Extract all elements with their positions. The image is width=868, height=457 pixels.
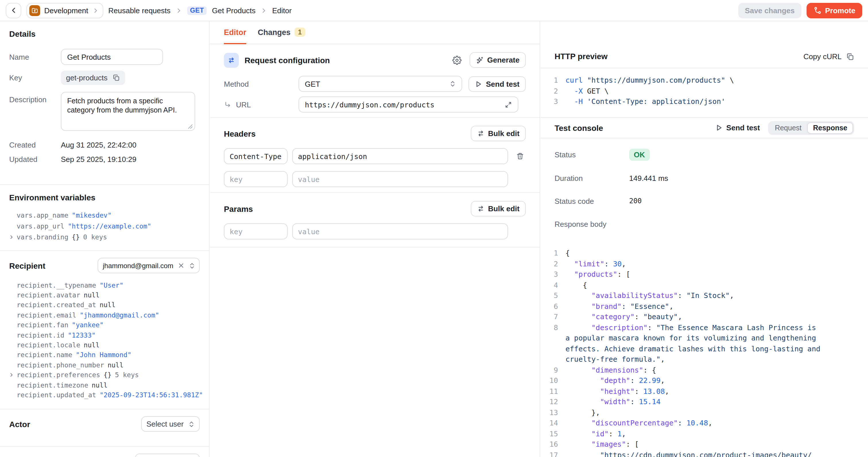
test-console-meta: Status OK Duration 149.441 ms Status cod…	[541, 139, 868, 230]
copy-icon[interactable]	[113, 74, 120, 82]
line-number: 5	[541, 291, 558, 301]
back-button[interactable]	[6, 3, 21, 18]
header-key-input-empty[interactable]	[224, 171, 288, 187]
variable-key: recipient.timezone	[17, 381, 88, 389]
code-line: 3 -H 'Content-Type: application/json'	[541, 96, 868, 107]
expand-chevron-icon[interactable]	[9, 373, 14, 377]
name-input[interactable]	[61, 49, 163, 65]
params-title: Params	[224, 204, 471, 213]
line-number: 8	[541, 323, 558, 333]
variable-value: {}	[72, 233, 80, 241]
method-badge: GET	[187, 6, 207, 14]
method-label: Method	[224, 80, 299, 88]
headers-bulk-edit-button[interactable]: Bulk edit	[471, 126, 526, 141]
env-var-row: vars.app_name"mikesdev"	[9, 210, 200, 220]
generate-button[interactable]: Generate	[469, 52, 526, 68]
code-line: 12 "width": 15.14	[541, 397, 868, 407]
top-bar: Development Reusable requests GET Get Pr…	[0, 0, 868, 21]
description-label: Description	[9, 92, 61, 104]
folder-icon	[29, 5, 40, 16]
line-number: 13	[541, 407, 558, 418]
promote-button[interactable]: Promote	[807, 3, 862, 18]
line-number	[541, 333, 558, 344]
status-label: Status	[555, 150, 629, 159]
env-var-row: vars.app_url"https://example.com"	[9, 220, 200, 232]
delete-header-button[interactable]	[516, 152, 524, 160]
code-line: 7 "category": "beauty",	[541, 312, 868, 323]
expand-chevron-icon[interactable]	[9, 235, 14, 239]
save-changes-button[interactable]: Save changes	[738, 3, 801, 18]
recipient-field-row: recipient.email"jhammond@gmail.com"	[9, 310, 200, 320]
variable-value: null	[92, 381, 107, 389]
expand-icon[interactable]	[505, 101, 512, 108]
recipient-field-row: recipient.localenull	[9, 340, 200, 350]
header-value-input-empty[interactable]	[292, 171, 508, 187]
recipient-field-row: recipient.id"12333"	[9, 330, 200, 340]
code-line: 10 "depth": 22.99,	[541, 375, 868, 386]
curl-preview-code: 1curl "https://dummyjson.com/products" \…	[541, 68, 868, 117]
line-number: 6	[541, 301, 558, 312]
response-tab[interactable]: Response	[807, 122, 854, 133]
tab-editor[interactable]: Editor	[224, 21, 246, 44]
line-number: 3	[541, 96, 558, 107]
variable-value: "mikesdev"	[72, 211, 112, 219]
details-sidebar: Details Name Key get-products Descriptio…	[0, 21, 210, 457]
variable-key: recipient.id	[17, 331, 64, 339]
params-bulk-edit-button[interactable]: Bulk edit	[471, 201, 526, 216]
actor-select[interactable]: Select user	[141, 416, 200, 432]
recipient-field-row: recipient.updated_at"2025-09-23T14:56:31…	[9, 390, 200, 400]
breadcrumb-request-name[interactable]: Get Products	[212, 6, 256, 14]
send-test-button[interactable]: Send test	[469, 76, 526, 92]
code-line: 14 "discountPercentage": 10.48,	[541, 418, 868, 429]
variable-key: recipient.preferences	[17, 371, 100, 379]
variable-key: recipient.locale	[17, 341, 81, 349]
tab-changes[interactable]: Changes 1	[258, 21, 305, 44]
updated-label: Updated	[9, 155, 61, 164]
header-value-input[interactable]	[292, 148, 508, 164]
recipient-field-row: recipient.avatarnull	[9, 290, 200, 300]
header-key-input[interactable]	[224, 148, 288, 164]
copy-curl-button[interactable]: Copy cURL	[803, 52, 854, 61]
play-icon	[715, 124, 723, 131]
variable-key: recipient.phone_number	[17, 361, 104, 369]
url-input[interactable]: https://dummyjson.com/products	[299, 96, 518, 113]
variable-key: recipient.updated_at	[17, 391, 96, 399]
clear-icon[interactable]	[178, 263, 184, 269]
swap-arrows-icon	[477, 130, 485, 137]
recipient-select[interactable]: jhammond@gmail.com	[98, 258, 200, 273]
recipient-fields-list: recipient.__typename"User"recipient.avat…	[9, 280, 200, 400]
request-response-toggle: Request Response	[768, 121, 854, 134]
resize-handle-icon[interactable]	[188, 124, 193, 129]
app-window: Development Reusable requests GET Get Pr…	[0, 0, 868, 457]
param-key-input[interactable]	[224, 223, 288, 239]
description-textarea[interactable]: Fetch products from a specific category …	[61, 92, 195, 131]
chevron-left-icon	[10, 7, 17, 14]
response-body-label: Response body	[555, 220, 629, 228]
tenant-select[interactable]: Select tenant	[135, 454, 200, 457]
corner-down-right-icon	[224, 101, 231, 108]
code-line: 6 "brand": "Essence",	[541, 301, 868, 312]
chevron-right-icon	[92, 7, 98, 13]
sparkle-icon	[476, 56, 484, 64]
variable-key: vars.app_url	[17, 222, 64, 230]
request-tab[interactable]: Request	[769, 122, 807, 133]
workspace-name: Development	[44, 6, 88, 14]
line-number: 17	[541, 450, 558, 457]
line-number: 4	[541, 280, 558, 291]
code-line: cruelty-free formula.",	[541, 354, 868, 365]
method-select[interactable]: GET	[299, 76, 462, 92]
gear-icon[interactable]	[452, 55, 461, 65]
request-configuration-title: Request configuration	[245, 55, 452, 65]
variable-value: "2025-09-23T14:56:31.981Z"	[100, 391, 203, 399]
breadcrumb-reusable-requests[interactable]: Reusable requests	[108, 6, 170, 14]
changes-count-badge: 1	[294, 28, 305, 37]
variable-value: "yankee"	[72, 321, 104, 329]
param-value-input[interactable]	[292, 223, 508, 239]
actor-section: Actor Select user	[0, 409, 209, 446]
env-var-row[interactable]: vars.branding{}0 keys	[9, 232, 200, 242]
console-send-test-button[interactable]: Send test	[715, 123, 760, 132]
recipient-field-row: recipient.name"John Hammond"	[9, 350, 200, 360]
recipient-field-row[interactable]: recipient.preferences{}5 keys	[9, 370, 200, 380]
request-config-icon	[224, 53, 239, 67]
workspace-selector[interactable]: Development	[26, 3, 103, 18]
